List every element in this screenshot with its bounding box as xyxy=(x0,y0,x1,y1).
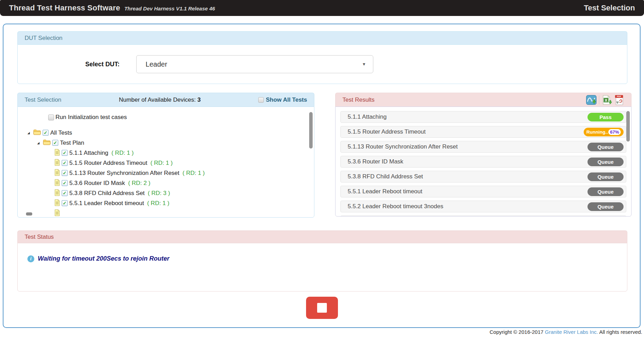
test-result-row[interactable]: 5.3.6 Router ID Mask Queue xyxy=(340,156,626,168)
app-title: Thread Test Harness Software xyxy=(9,3,120,12)
document-icon xyxy=(54,209,60,218)
test-result-row[interactable]: 5.1.5 Router Address Timeout Running.. 6… xyxy=(340,126,626,138)
tree-test-item[interactable]: ✓ 5.5.1 Leader Reboot timeout ( RD: 1 ) xyxy=(18,198,314,208)
test-rd-count: ( RD: 3 ) xyxy=(148,190,170,197)
tree-test-item[interactable]: ✓ 5.3.8 RFD Child Address Set ( RD: 3 ) xyxy=(18,188,314,198)
test-result-row[interactable]: 5.1.1 Attaching Pass xyxy=(340,111,626,123)
status-badge: Queue xyxy=(588,187,624,196)
status-badge-label: Running.. xyxy=(586,129,608,135)
tree-test-item[interactable]: ✓ 5.3.6 Router ID Mask ( RD: 2 ) xyxy=(18,178,314,188)
test-selection-body: Run Initialization test cases ◢ ✓ All Te… xyxy=(17,107,314,218)
stop-icon xyxy=(317,303,327,313)
available-devices-label: Number of Available Devices: 3 xyxy=(61,96,258,103)
status-message-row: i Waiting for timeout 200Secs to rejoin … xyxy=(27,255,627,262)
svg-text:PDF: PDF xyxy=(617,95,621,98)
vertical-scrollbar-thumb[interactable] xyxy=(309,112,313,149)
test-name: 5.1.1 Attaching xyxy=(69,150,108,157)
tree-test-item[interactable]: ✓ 5.1.1 Attaching ( RD: 1 ) xyxy=(18,148,314,158)
document-icon xyxy=(54,189,60,197)
test-tree: ◢ ✓ All Tests ◢ ✓ Test Plan xyxy=(18,128,314,218)
footer-copyright: Copyright © 2016-2017 Granite River Labs… xyxy=(490,329,642,335)
test-results-panel: Test Results X xyxy=(335,93,632,217)
test-name: 5.3.6 Router ID Mask xyxy=(69,180,125,187)
test-result-row[interactable]: Queue xyxy=(340,216,626,217)
info-icon: i xyxy=(27,255,34,262)
test-status-panel: Test Status i Waiting for timeout 200Sec… xyxy=(17,230,627,291)
main-container: DUT Selection Select DUT: Leader ▼ Test … xyxy=(3,24,641,328)
folder-icon xyxy=(33,129,41,136)
show-all-tests-label: Show All Tests xyxy=(266,96,307,103)
test-result-row[interactable]: 5.5.2 Leader Reboot timeout 3nodes Queue xyxy=(340,201,626,212)
show-all-tests-toggle[interactable]: Show All Tests xyxy=(258,96,307,103)
tree-node-all-tests[interactable]: ◢ ✓ All Tests xyxy=(18,128,314,138)
test-selection-title: Test Selection xyxy=(25,96,61,103)
document-icon xyxy=(54,169,60,177)
test-checkbox[interactable]: ✓ xyxy=(62,160,68,166)
status-badge: Queue xyxy=(588,202,624,211)
test-result-row[interactable]: 5.5.1 Leader Reboot timeout Queue xyxy=(340,186,626,197)
document-icon xyxy=(54,179,60,187)
available-devices-count: 3 xyxy=(197,96,200,103)
vertical-scrollbar-thumb[interactable] xyxy=(626,111,630,142)
dut-select-dropdown[interactable]: Leader ▼ xyxy=(136,55,373,73)
granite-river-labs-link[interactable]: Granite River Labs Inc. xyxy=(545,329,598,335)
test-status-body: i Waiting for timeout 200Secs to rejoin … xyxy=(17,243,627,291)
all-tests-checkbox[interactable]: ✓ xyxy=(43,130,49,136)
document-icon xyxy=(54,199,60,208)
horizontal-scrollbar-thumb[interactable] xyxy=(26,212,32,216)
status-badge-label: Queue xyxy=(598,159,614,165)
test-checkbox[interactable]: ✓ xyxy=(62,170,68,176)
test-results-body: 5.1.1 Attaching Pass 5.1.5 Router Addres… xyxy=(335,107,632,217)
test-result-row[interactable]: 5.3.8 RFD Child Address Set Queue xyxy=(340,171,626,183)
status-badge: Running.. 67% xyxy=(584,128,624,136)
test-checkbox[interactable]: ✓ xyxy=(62,190,68,196)
test-selection-panel: Test Selection Number of Available Devic… xyxy=(17,93,314,218)
tree-test-item[interactable]: ✓ 5.1.5 Router Address Timeout ( RD: 1 ) xyxy=(18,158,314,168)
svg-text:X: X xyxy=(605,98,608,102)
test-result-row[interactable]: 5.1.13 Router Synchronization After Rese… xyxy=(340,141,626,153)
progress-percent: 67% xyxy=(608,129,621,135)
toolbar-divider xyxy=(599,95,599,104)
test-results-title: Test Results xyxy=(342,96,375,103)
test-checkbox[interactable]: ✓ xyxy=(62,150,68,156)
test-name: 5.1.13 Router Synchronization After Rese… xyxy=(69,170,180,177)
status-badge-label: Queue xyxy=(598,174,614,180)
top-header-bar: Thread Test Harness Software Thread Dev … xyxy=(0,0,644,16)
show-all-tests-checkbox[interactable] xyxy=(258,97,264,103)
tree-test-item[interactable]: ✓ xyxy=(18,208,314,218)
run-initialization-row[interactable]: Run Initialization test cases xyxy=(48,114,314,121)
dut-panel-body: Select DUT: Leader ▼ xyxy=(17,44,627,84)
status-message: Waiting for timeout 200Secs to rejoin Ro… xyxy=(38,255,169,262)
test-checkbox[interactable]: ✓ xyxy=(62,180,68,186)
run-initialization-checkbox[interactable] xyxy=(48,115,54,120)
wireshark-graph-export-icon[interactable] xyxy=(586,95,597,105)
dut-panel-title: DUT Selection xyxy=(25,35,62,42)
status-badge-label: Queue xyxy=(598,189,614,195)
status-badge: Queue xyxy=(588,172,624,181)
test-name: 5.5.1 Leader Reboot timeout xyxy=(69,200,144,207)
test-rd-count: ( RD: 1 ) xyxy=(147,200,169,207)
pdf-export-icon[interactable]: PDF xyxy=(615,95,624,105)
tree-expand-caret-icon[interactable]: ◢ xyxy=(27,131,32,135)
result-test-name: 5.3.6 Router ID Mask xyxy=(348,158,403,165)
select-dut-label: Select DUT: xyxy=(85,61,120,68)
status-badge-label: Queue xyxy=(598,144,614,150)
test-plan-checkbox[interactable]: ✓ xyxy=(52,140,58,146)
run-initialization-label: Run Initialization test cases xyxy=(55,114,127,121)
test-selection-header: Test Selection Number of Available Devic… xyxy=(17,93,314,107)
app-version-subtitle: Thread Dev Harness V1.1 Release 46 xyxy=(124,6,215,11)
status-badge-label: Pass xyxy=(599,114,611,120)
tree-expand-caret-icon[interactable]: ◢ xyxy=(37,141,41,145)
status-badge-label: Queue xyxy=(598,204,614,210)
tree-test-item[interactable]: ✓ 5.1.13 Router Synchronization After Re… xyxy=(18,168,314,178)
test-status-title: Test Status xyxy=(25,234,54,240)
excel-export-icon[interactable]: X xyxy=(602,95,612,105)
tree-node-test-plan[interactable]: ◢ ✓ Test Plan xyxy=(18,138,314,148)
test-rd-count: ( RD: 1 ) xyxy=(150,160,173,167)
test-name: 5.1.5 Router Address Timeout xyxy=(69,160,147,167)
chevron-down-icon: ▼ xyxy=(362,62,366,67)
test-checkbox[interactable]: ✓ xyxy=(62,200,68,206)
stop-test-button[interactable] xyxy=(306,297,338,319)
test-status-header: Test Status xyxy=(17,230,627,243)
current-page-title: Test Selection xyxy=(584,3,635,12)
